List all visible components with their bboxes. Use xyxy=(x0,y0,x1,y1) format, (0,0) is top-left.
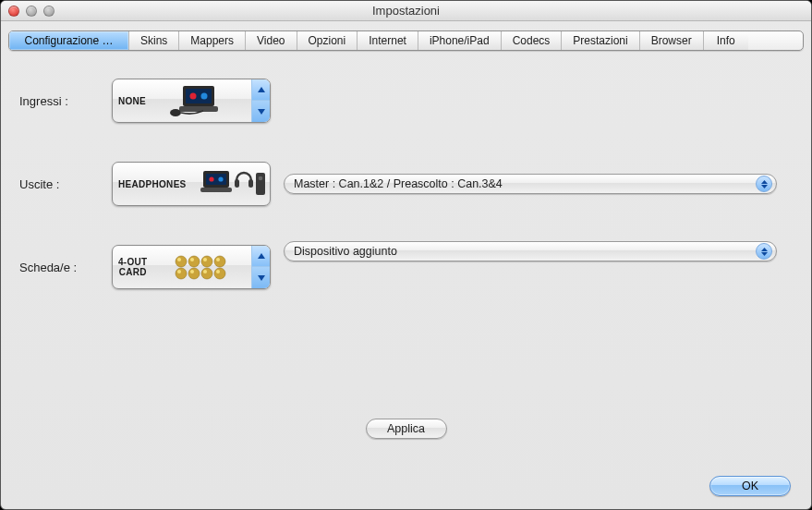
cards-device-selector[interactable]: 4-OUT CARD xyxy=(112,245,271,289)
content-area: Ingressi : NONE xyxy=(1,51,811,467)
svg-point-30 xyxy=(190,258,194,261)
inputs-device-text: NONE xyxy=(118,96,146,106)
outputs-device-text: HEADPHONES xyxy=(118,179,187,189)
close-icon[interactable] xyxy=(8,6,19,17)
outputs-device-body: HEADPHONES xyxy=(113,163,271,205)
svg-point-21 xyxy=(176,256,187,267)
svg-marker-38 xyxy=(258,275,265,281)
footer: OK xyxy=(1,467,811,509)
inputs-device-body: NONE xyxy=(113,79,251,122)
cards-device-value: Dispositivo aggiunto xyxy=(294,245,756,258)
svg-point-11 xyxy=(218,176,223,181)
row-inputs: Ingressi : NONE xyxy=(19,79,793,123)
outputs-device-selector[interactable]: HEADPHONES xyxy=(112,162,271,206)
cards-device-text: 4-OUT CARD xyxy=(118,257,148,277)
svg-marker-6 xyxy=(258,87,265,92)
chevron-updown-icon xyxy=(756,176,772,192)
svg-point-36 xyxy=(216,270,220,273)
svg-point-25 xyxy=(176,268,187,279)
tab-opzioni[interactable]: Opzioni xyxy=(297,31,358,50)
tab-bar: Configurazione … Skins Mappers Video Opz… xyxy=(8,30,804,51)
svg-marker-40 xyxy=(761,252,768,256)
svg-point-34 xyxy=(190,270,194,273)
label-inputs: Ingressi : xyxy=(19,94,112,108)
svg-rect-1 xyxy=(186,89,212,103)
svg-point-26 xyxy=(188,268,200,279)
settings-window: Impostazioni Configurazione … Skins Mapp… xyxy=(0,0,812,510)
cards-device-body: 4-OUT CARD xyxy=(113,246,251,288)
inputs-spinner-up[interactable] xyxy=(252,79,270,101)
zoom-icon[interactable] xyxy=(43,6,55,17)
tab-internet[interactable]: Internet xyxy=(358,31,418,50)
cards-device-text-l2: CARD xyxy=(119,267,147,277)
svg-point-27 xyxy=(201,268,212,279)
svg-point-28 xyxy=(214,268,225,279)
tab-browser[interactable]: Browser xyxy=(640,31,704,50)
inputs-device-selector[interactable]: NONE xyxy=(112,79,271,123)
svg-marker-39 xyxy=(761,248,768,251)
tab-iphone-ipad[interactable]: iPhone/iPad xyxy=(418,31,502,50)
tab-video[interactable]: Video xyxy=(246,31,297,50)
svg-point-24 xyxy=(214,256,225,267)
svg-point-22 xyxy=(188,256,200,267)
svg-point-5 xyxy=(170,109,181,116)
tab-codecs[interactable]: Codecs xyxy=(502,31,563,50)
svg-point-3 xyxy=(201,93,208,100)
minimize-icon[interactable] xyxy=(26,6,37,17)
svg-marker-7 xyxy=(258,109,265,115)
svg-rect-13 xyxy=(235,179,239,188)
apply-button[interactable]: Applica xyxy=(366,419,447,439)
label-outputs: Uscite : xyxy=(19,177,112,191)
inputs-spinner-down[interactable] xyxy=(252,101,270,122)
svg-marker-19 xyxy=(761,180,768,184)
svg-point-29 xyxy=(177,258,181,261)
tab-mappers[interactable]: Mappers xyxy=(179,31,246,50)
tab-prestazioni[interactable]: Prestazioni xyxy=(562,31,639,50)
audio-jacks-icon xyxy=(155,250,247,284)
cards-spinner-down[interactable] xyxy=(252,267,270,288)
window-title: Impostazioni xyxy=(1,4,811,18)
svg-point-31 xyxy=(203,258,207,261)
row-cards: Scheda/e : 4-OUT CARD xyxy=(19,245,793,289)
chevron-updown-icon xyxy=(756,243,772,260)
svg-rect-9 xyxy=(206,174,226,185)
svg-point-2 xyxy=(190,93,197,100)
outputs-routing-select[interactable]: Master : Can.1&2 / Preascolto : Can.3&4 xyxy=(284,174,777,194)
cards-spinner-up[interactable] xyxy=(252,246,270,267)
cards-device-text-l1: 4-OUT xyxy=(118,257,148,267)
cards-spinner xyxy=(251,246,270,288)
window-controls xyxy=(1,6,55,17)
svg-point-32 xyxy=(216,258,220,261)
row-outputs: Uscite : HEADPHONES xyxy=(19,162,793,206)
svg-point-33 xyxy=(177,270,181,273)
svg-point-35 xyxy=(203,270,207,273)
cards-device-select[interactable]: Dispositivo aggiunto xyxy=(284,241,777,261)
tab-info[interactable]: Info xyxy=(704,31,748,50)
svg-rect-15 xyxy=(256,173,265,195)
svg-point-23 xyxy=(201,256,212,267)
tab-configurazione[interactable]: Configurazione … xyxy=(9,31,129,50)
laptop-headphones-speaker-icon xyxy=(194,165,268,202)
outputs-routing-value: Master : Can.1&2 / Preascolto : Can.3&4 xyxy=(294,177,756,190)
tab-skins[interactable]: Skins xyxy=(129,31,179,50)
apply-wrap: Applica xyxy=(19,419,793,439)
ok-button[interactable]: OK xyxy=(709,476,791,496)
svg-rect-4 xyxy=(179,106,218,112)
svg-rect-14 xyxy=(248,179,253,188)
svg-marker-20 xyxy=(761,185,768,188)
svg-marker-37 xyxy=(258,253,265,259)
svg-point-16 xyxy=(258,176,262,181)
svg-rect-12 xyxy=(200,188,232,192)
label-cards: Scheda/e : xyxy=(19,261,112,274)
svg-point-10 xyxy=(209,176,213,181)
titlebar: Impostazioni xyxy=(1,1,811,21)
inputs-spinner xyxy=(251,79,270,122)
laptop-mouse-icon xyxy=(153,82,246,119)
